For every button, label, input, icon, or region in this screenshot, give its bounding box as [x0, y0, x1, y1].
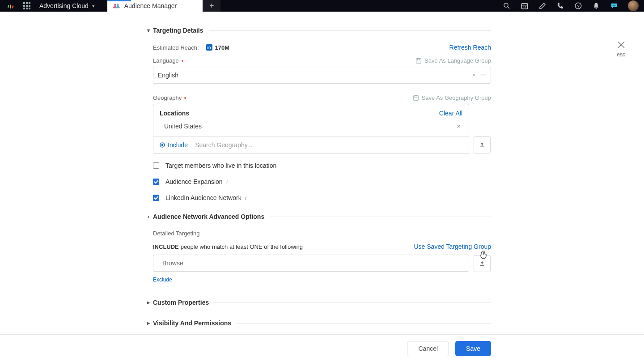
tab-audience-manager[interactable]: Audience Manager	[107, 0, 203, 12]
location-item: United States ×	[160, 120, 462, 132]
clear-language-icon[interactable]: ×	[472, 72, 476, 79]
chat-icon[interactable]	[610, 2, 618, 10]
chevron-down-icon[interactable]: ﹀	[481, 72, 486, 79]
svg-point-19	[161, 144, 163, 146]
target-members-checkbox[interactable]	[153, 162, 159, 169]
save-button[interactable]: Save	[455, 341, 491, 356]
divider	[209, 30, 491, 31]
svg-point-11	[614, 5, 615, 6]
geography-search-input[interactable]	[195, 141, 462, 149]
svg-point-9	[613, 5, 614, 6]
expand-arrow-icon: ›	[144, 213, 153, 220]
linkedin-network-checkbox-row: LinkedIn Audience Network i	[153, 194, 491, 201]
top-bar: Advertising Cloud ▾ Audience Manager + 1…	[0, 0, 644, 12]
chevron-down-icon[interactable]: ▾	[92, 3, 95, 9]
locations-box: Locations Clear All United States ×	[153, 104, 469, 136]
linkedin-network-label: LinkedIn Audience Network	[165, 194, 242, 201]
close-panel-button[interactable]: esc	[617, 41, 625, 58]
expand-arrow-icon: ▸	[144, 299, 153, 306]
section-visibility[interactable]: ▸ Visibility And Permissions	[153, 319, 491, 327]
product-name[interactable]: Advertising Cloud	[39, 2, 89, 9]
section-title: Targeting Details	[153, 27, 203, 34]
add-tab-button[interactable]: +	[203, 0, 220, 12]
divider	[214, 302, 491, 303]
linkedin-network-checkbox[interactable]	[153, 195, 159, 201]
include-rest: people who match at least ONE of the fol…	[181, 243, 303, 250]
required-dot-icon	[182, 60, 183, 62]
include-criteria-row: INCLUDE people who match at least ONE of…	[153, 243, 491, 250]
info-icon[interactable]: i	[245, 194, 247, 201]
section-custom-properties[interactable]: ▸ Custom Properties	[153, 299, 491, 306]
sprinklr-logo-icon	[6, 2, 15, 10]
language-label-row: Language Save As Language Group	[153, 57, 491, 64]
refresh-reach-link[interactable]: Refresh Reach	[449, 44, 491, 51]
clear-all-link[interactable]: Clear All	[439, 110, 462, 117]
include-toggle[interactable]: Include	[160, 141, 188, 149]
geography-search-box[interactable]: Include	[153, 136, 469, 154]
section-title: Audience Network Advanced Options	[153, 213, 264, 220]
section-title: Visibility And Permissions	[153, 319, 231, 327]
svg-text:?: ?	[577, 4, 580, 9]
use-saved-targeting-link[interactable]: Use Saved Targeting Group	[414, 243, 491, 250]
svg-rect-20	[480, 147, 484, 147]
upload-targeting-button[interactable]	[474, 255, 491, 272]
svg-rect-17	[415, 95, 417, 97]
content-area: esc ▾ Targeting Details Estimated Reach:…	[0, 12, 644, 327]
geography-label-row: Geography Save As Geography Group	[153, 94, 491, 101]
language-value: English	[158, 72, 178, 79]
required-dot-icon	[184, 97, 186, 99]
language-label: Language	[153, 57, 179, 64]
tab-loading-bar	[107, 0, 131, 1]
apps-grid-icon[interactable]	[23, 2, 30, 9]
svg-point-2	[504, 3, 508, 7]
svg-point-10	[614, 5, 614, 6]
phone-icon[interactable]	[556, 2, 564, 10]
expand-arrow-icon: ▸	[144, 320, 153, 326]
divider	[237, 323, 491, 324]
estimated-reach-label: Estimated Reach:	[153, 44, 199, 51]
footer-bar: Cancel Save	[0, 334, 644, 362]
section-title: Custom Properties	[153, 299, 209, 306]
svg-line-3	[508, 7, 509, 9]
calendar-icon[interactable]: 10	[521, 2, 529, 10]
svg-point-1	[117, 4, 119, 6]
save-geography-group-button[interactable]: Save As Geography Group	[413, 94, 491, 101]
user-avatar[interactable]	[628, 0, 639, 11]
tab-label: Audience Manager	[124, 2, 177, 9]
audience-expansion-checkbox-row: Audience Expansion i	[153, 178, 491, 185]
estimated-reach-row: Estimated Reach: in 170M Refresh Reach	[153, 44, 491, 51]
divider	[270, 217, 491, 217]
location-name: United States	[164, 123, 202, 130]
language-select[interactable]: English × ﹀	[153, 67, 491, 84]
people-icon	[113, 3, 121, 9]
svg-point-0	[114, 4, 116, 6]
linkedin-icon: in	[206, 44, 212, 51]
svg-rect-14	[416, 58, 421, 63]
svg-rect-16	[413, 95, 418, 100]
esc-label: esc	[617, 51, 625, 58]
svg-text:10: 10	[523, 6, 526, 9]
detailed-targeting-label: Detailed Targeting	[153, 230, 491, 237]
include-word: INCLUDE	[153, 243, 179, 250]
pencil-icon[interactable]	[538, 2, 547, 10]
section-targeting-details[interactable]: ▾ Targeting Details	[144, 27, 491, 34]
save-language-group-button[interactable]: Save As Language Group	[415, 57, 491, 64]
topbar-actions: 10 ?	[503, 0, 639, 12]
browse-targeting-button[interactable]: Browse	[153, 255, 469, 272]
target-members-checkbox-row: Target members who live in this location	[153, 162, 491, 169]
svg-rect-15	[417, 58, 419, 60]
target-members-label: Target members who live in this location	[165, 162, 276, 169]
reach-value: 170M	[215, 44, 230, 51]
remove-location-icon[interactable]: ×	[457, 122, 462, 130]
cancel-button[interactable]: Cancel	[407, 341, 449, 356]
search-icon[interactable]	[503, 2, 511, 10]
geography-label: Geography	[153, 94, 182, 101]
upload-geography-button[interactable]	[474, 136, 491, 153]
help-icon[interactable]: ?	[574, 2, 582, 10]
exclude-link[interactable]: Exclude	[153, 277, 491, 283]
info-icon[interactable]: i	[226, 178, 228, 185]
audience-expansion-checkbox[interactable]	[153, 179, 159, 185]
bell-icon[interactable]	[592, 2, 600, 10]
collapse-arrow-icon: ▾	[144, 27, 153, 34]
section-advanced-options[interactable]: › Audience Network Advanced Options	[153, 213, 491, 220]
